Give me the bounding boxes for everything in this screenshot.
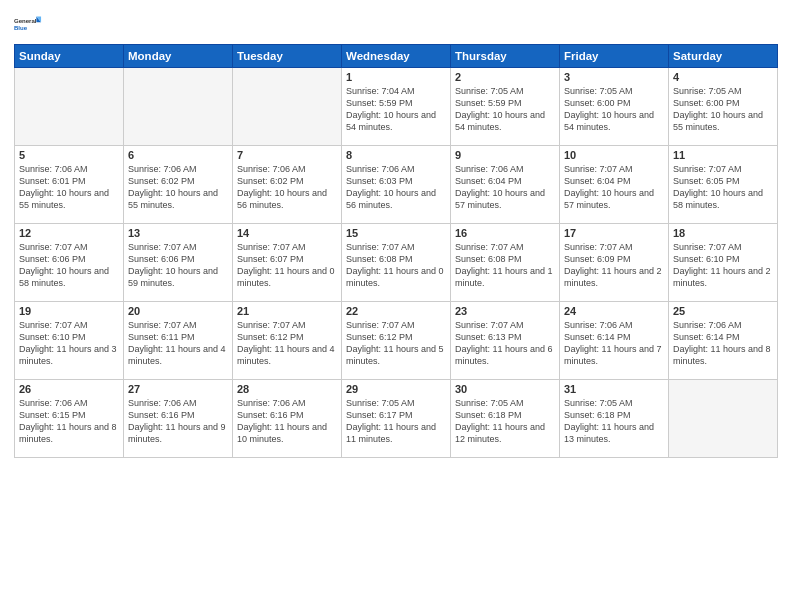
weekday-sunday: Sunday xyxy=(15,45,124,68)
day-number: 28 xyxy=(237,383,337,395)
calendar-cell: 16Sunrise: 7:07 AM Sunset: 6:08 PM Dayli… xyxy=(451,224,560,302)
day-info: Sunrise: 7:07 AM Sunset: 6:12 PM Dayligh… xyxy=(346,319,446,368)
day-info: Sunrise: 7:05 AM Sunset: 6:00 PM Dayligh… xyxy=(673,85,773,134)
day-info: Sunrise: 7:06 AM Sunset: 6:15 PM Dayligh… xyxy=(19,397,119,446)
week-row-2: 12Sunrise: 7:07 AM Sunset: 6:06 PM Dayli… xyxy=(15,224,778,302)
day-number: 10 xyxy=(564,149,664,161)
calendar-cell: 25Sunrise: 7:06 AM Sunset: 6:14 PM Dayli… xyxy=(669,302,778,380)
page: GeneralBlue SundayMondayTuesdayWednesday… xyxy=(0,0,792,612)
day-info: Sunrise: 7:07 AM Sunset: 6:08 PM Dayligh… xyxy=(455,241,555,290)
calendar-cell: 2Sunrise: 7:05 AM Sunset: 5:59 PM Daylig… xyxy=(451,68,560,146)
day-number: 31 xyxy=(564,383,664,395)
day-number: 9 xyxy=(455,149,555,161)
day-info: Sunrise: 7:05 AM Sunset: 6:18 PM Dayligh… xyxy=(564,397,664,446)
day-number: 18 xyxy=(673,227,773,239)
week-row-4: 26Sunrise: 7:06 AM Sunset: 6:15 PM Dayli… xyxy=(15,380,778,458)
day-info: Sunrise: 7:07 AM Sunset: 6:07 PM Dayligh… xyxy=(237,241,337,290)
day-info: Sunrise: 7:07 AM Sunset: 6:11 PM Dayligh… xyxy=(128,319,228,368)
calendar-cell: 13Sunrise: 7:07 AM Sunset: 6:06 PM Dayli… xyxy=(124,224,233,302)
calendar-cell: 19Sunrise: 7:07 AM Sunset: 6:10 PM Dayli… xyxy=(15,302,124,380)
calendar-cell xyxy=(669,380,778,458)
day-number: 15 xyxy=(346,227,446,239)
day-number: 23 xyxy=(455,305,555,317)
calendar-cell: 7Sunrise: 7:06 AM Sunset: 6:02 PM Daylig… xyxy=(233,146,342,224)
calendar-cell: 21Sunrise: 7:07 AM Sunset: 6:12 PM Dayli… xyxy=(233,302,342,380)
weekday-saturday: Saturday xyxy=(669,45,778,68)
week-row-3: 19Sunrise: 7:07 AM Sunset: 6:10 PM Dayli… xyxy=(15,302,778,380)
calendar-cell: 11Sunrise: 7:07 AM Sunset: 6:05 PM Dayli… xyxy=(669,146,778,224)
day-info: Sunrise: 7:05 AM Sunset: 6:18 PM Dayligh… xyxy=(455,397,555,446)
calendar-cell: 8Sunrise: 7:06 AM Sunset: 6:03 PM Daylig… xyxy=(342,146,451,224)
day-number: 25 xyxy=(673,305,773,317)
day-number: 4 xyxy=(673,71,773,83)
day-number: 24 xyxy=(564,305,664,317)
calendar-cell: 27Sunrise: 7:06 AM Sunset: 6:16 PM Dayli… xyxy=(124,380,233,458)
calendar-cell: 23Sunrise: 7:07 AM Sunset: 6:13 PM Dayli… xyxy=(451,302,560,380)
day-number: 19 xyxy=(19,305,119,317)
calendar-cell: 3Sunrise: 7:05 AM Sunset: 6:00 PM Daylig… xyxy=(560,68,669,146)
day-info: Sunrise: 7:07 AM Sunset: 6:06 PM Dayligh… xyxy=(128,241,228,290)
svg-text:General: General xyxy=(14,18,37,24)
day-info: Sunrise: 7:04 AM Sunset: 5:59 PM Dayligh… xyxy=(346,85,446,134)
day-number: 22 xyxy=(346,305,446,317)
logo: GeneralBlue xyxy=(14,10,42,38)
calendar-cell: 5Sunrise: 7:06 AM Sunset: 6:01 PM Daylig… xyxy=(15,146,124,224)
day-info: Sunrise: 7:07 AM Sunset: 6:05 PM Dayligh… xyxy=(673,163,773,212)
day-info: Sunrise: 7:06 AM Sunset: 6:01 PM Dayligh… xyxy=(19,163,119,212)
day-info: Sunrise: 7:06 AM Sunset: 6:14 PM Dayligh… xyxy=(673,319,773,368)
day-number: 5 xyxy=(19,149,119,161)
day-info: Sunrise: 7:06 AM Sunset: 6:16 PM Dayligh… xyxy=(128,397,228,446)
day-info: Sunrise: 7:07 AM Sunset: 6:06 PM Dayligh… xyxy=(19,241,119,290)
calendar-cell: 4Sunrise: 7:05 AM Sunset: 6:00 PM Daylig… xyxy=(669,68,778,146)
day-info: Sunrise: 7:05 AM Sunset: 6:17 PM Dayligh… xyxy=(346,397,446,446)
day-number: 29 xyxy=(346,383,446,395)
calendar-cell: 1Sunrise: 7:04 AM Sunset: 5:59 PM Daylig… xyxy=(342,68,451,146)
day-number: 20 xyxy=(128,305,228,317)
calendar-cell: 12Sunrise: 7:07 AM Sunset: 6:06 PM Dayli… xyxy=(15,224,124,302)
calendar-cell: 20Sunrise: 7:07 AM Sunset: 6:11 PM Dayli… xyxy=(124,302,233,380)
day-number: 14 xyxy=(237,227,337,239)
weekday-tuesday: Tuesday xyxy=(233,45,342,68)
day-info: Sunrise: 7:06 AM Sunset: 6:03 PM Dayligh… xyxy=(346,163,446,212)
week-row-0: 1Sunrise: 7:04 AM Sunset: 5:59 PM Daylig… xyxy=(15,68,778,146)
day-number: 1 xyxy=(346,71,446,83)
calendar-cell: 6Sunrise: 7:06 AM Sunset: 6:02 PM Daylig… xyxy=(124,146,233,224)
calendar-cell: 14Sunrise: 7:07 AM Sunset: 6:07 PM Dayli… xyxy=(233,224,342,302)
calendar-cell xyxy=(233,68,342,146)
calendar-cell: 22Sunrise: 7:07 AM Sunset: 6:12 PM Dayli… xyxy=(342,302,451,380)
calendar-cell: 10Sunrise: 7:07 AM Sunset: 6:04 PM Dayli… xyxy=(560,146,669,224)
day-number: 13 xyxy=(128,227,228,239)
calendar-cell: 18Sunrise: 7:07 AM Sunset: 6:10 PM Dayli… xyxy=(669,224,778,302)
calendar-table: SundayMondayTuesdayWednesdayThursdayFrid… xyxy=(14,44,778,458)
day-info: Sunrise: 7:06 AM Sunset: 6:02 PM Dayligh… xyxy=(128,163,228,212)
day-info: Sunrise: 7:07 AM Sunset: 6:10 PM Dayligh… xyxy=(19,319,119,368)
day-number: 17 xyxy=(564,227,664,239)
weekday-friday: Friday xyxy=(560,45,669,68)
header: GeneralBlue xyxy=(14,10,778,38)
day-number: 26 xyxy=(19,383,119,395)
svg-text:Blue: Blue xyxy=(14,25,28,31)
day-info: Sunrise: 7:07 AM Sunset: 6:09 PM Dayligh… xyxy=(564,241,664,290)
day-number: 27 xyxy=(128,383,228,395)
day-info: Sunrise: 7:07 AM Sunset: 6:13 PM Dayligh… xyxy=(455,319,555,368)
day-info: Sunrise: 7:05 AM Sunset: 6:00 PM Dayligh… xyxy=(564,85,664,134)
weekday-thursday: Thursday xyxy=(451,45,560,68)
day-number: 21 xyxy=(237,305,337,317)
logo-icon: GeneralBlue xyxy=(14,10,42,38)
day-number: 2 xyxy=(455,71,555,83)
day-info: Sunrise: 7:06 AM Sunset: 6:14 PM Dayligh… xyxy=(564,319,664,368)
weekday-monday: Monday xyxy=(124,45,233,68)
calendar-cell: 17Sunrise: 7:07 AM Sunset: 6:09 PM Dayli… xyxy=(560,224,669,302)
calendar-cell: 28Sunrise: 7:06 AM Sunset: 6:16 PM Dayli… xyxy=(233,380,342,458)
day-number: 3 xyxy=(564,71,664,83)
calendar-cell: 29Sunrise: 7:05 AM Sunset: 6:17 PM Dayli… xyxy=(342,380,451,458)
calendar-cell: 15Sunrise: 7:07 AM Sunset: 6:08 PM Dayli… xyxy=(342,224,451,302)
calendar-cell: 30Sunrise: 7:05 AM Sunset: 6:18 PM Dayli… xyxy=(451,380,560,458)
calendar-cell: 31Sunrise: 7:05 AM Sunset: 6:18 PM Dayli… xyxy=(560,380,669,458)
weekday-wednesday: Wednesday xyxy=(342,45,451,68)
day-number: 6 xyxy=(128,149,228,161)
day-info: Sunrise: 7:05 AM Sunset: 5:59 PM Dayligh… xyxy=(455,85,555,134)
calendar-cell xyxy=(15,68,124,146)
day-info: Sunrise: 7:07 AM Sunset: 6:10 PM Dayligh… xyxy=(673,241,773,290)
day-info: Sunrise: 7:07 AM Sunset: 6:12 PM Dayligh… xyxy=(237,319,337,368)
